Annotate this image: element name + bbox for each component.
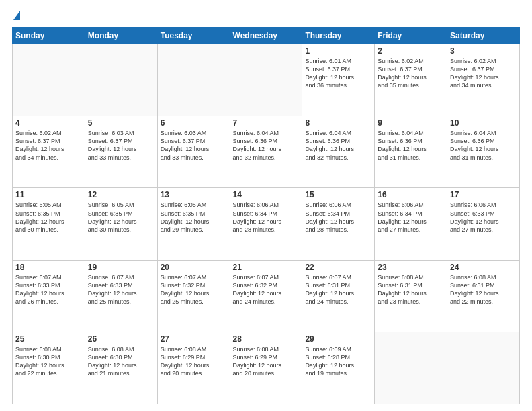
calendar-cell: 7Sunrise: 6:04 AMSunset: 6:36 PMDaylight… (230, 116, 302, 188)
day-number: 29 (305, 334, 371, 344)
calendar-cell (157, 44, 230, 116)
calendar-table: SundayMondayTuesdayWednesdayThursdayFrid… (12, 27, 520, 404)
day-number: 20 (161, 263, 227, 272)
day-info: Sunrise: 6:02 AMSunset: 6:37 PMDaylight:… (378, 57, 444, 90)
logo (12, 11, 20, 21)
calendar-header-friday: Friday (375, 28, 447, 44)
day-info: Sunrise: 6:09 AMSunset: 6:28 PMDaylight:… (305, 345, 371, 378)
calendar-header-monday: Monday (85, 28, 157, 44)
day-number: 6 (161, 118, 227, 128)
calendar-cell: 9Sunrise: 6:04 AMSunset: 6:36 PMDaylight… (375, 116, 447, 188)
calendar-cell (13, 44, 85, 116)
day-number: 7 (233, 118, 300, 128)
day-number: 8 (305, 118, 371, 128)
day-number: 27 (161, 334, 227, 344)
day-info: Sunrise: 6:07 AMSunset: 6:32 PMDaylight:… (233, 273, 300, 306)
calendar-cell (230, 44, 302, 116)
day-number: 21 (233, 263, 300, 272)
calendar-cell: 12Sunrise: 6:05 AMSunset: 6:35 PMDayligh… (85, 188, 157, 260)
calendar-cell (375, 332, 447, 404)
day-info: Sunrise: 6:06 AMSunset: 6:34 PMDaylight:… (378, 201, 444, 234)
calendar-cell: 17Sunrise: 6:06 AMSunset: 6:33 PMDayligh… (447, 188, 520, 260)
calendar-week-4: 18Sunrise: 6:07 AMSunset: 6:33 PMDayligh… (13, 260, 520, 332)
day-info: Sunrise: 6:07 AMSunset: 6:31 PMDaylight:… (305, 273, 371, 306)
calendar-cell: 6Sunrise: 6:03 AMSunset: 6:37 PMDaylight… (157, 116, 230, 188)
day-number: 14 (233, 190, 300, 199)
calendar-cell: 26Sunrise: 6:08 AMSunset: 6:30 PMDayligh… (85, 332, 157, 404)
calendar-header-sunday: Sunday (13, 28, 85, 44)
day-number: 2 (378, 46, 444, 56)
day-info: Sunrise: 6:05 AMSunset: 6:35 PMDaylight:… (161, 201, 227, 234)
day-number: 25 (15, 334, 82, 344)
calendar-week-3: 11Sunrise: 6:05 AMSunset: 6:35 PMDayligh… (13, 188, 520, 260)
calendar-header-saturday: Saturday (447, 28, 520, 44)
day-info: Sunrise: 6:04 AMSunset: 6:36 PMDaylight:… (305, 129, 371, 162)
day-number: 23 (378, 263, 444, 272)
day-info: Sunrise: 6:03 AMSunset: 6:37 PMDaylight:… (88, 129, 154, 162)
calendar-cell: 27Sunrise: 6:08 AMSunset: 6:29 PMDayligh… (157, 332, 230, 404)
day-info: Sunrise: 6:06 AMSunset: 6:34 PMDaylight:… (305, 201, 371, 234)
day-info: Sunrise: 6:04 AMSunset: 6:36 PMDaylight:… (233, 129, 300, 162)
calendar-cell: 28Sunrise: 6:08 AMSunset: 6:29 PMDayligh… (230, 332, 302, 404)
calendar-cell: 24Sunrise: 6:08 AMSunset: 6:31 PMDayligh… (447, 260, 520, 332)
calendar-cell: 5Sunrise: 6:03 AMSunset: 6:37 PMDaylight… (85, 116, 157, 188)
header (12, 11, 520, 21)
day-number: 17 (450, 190, 517, 199)
calendar-cell: 1Sunrise: 6:01 AMSunset: 6:37 PMDaylight… (302, 44, 375, 116)
day-number: 26 (88, 334, 154, 344)
day-info: Sunrise: 6:04 AMSunset: 6:36 PMDaylight:… (450, 129, 517, 162)
day-info: Sunrise: 6:02 AMSunset: 6:37 PMDaylight:… (450, 57, 517, 90)
calendar-week-5: 25Sunrise: 6:08 AMSunset: 6:30 PMDayligh… (13, 332, 520, 404)
day-number: 9 (378, 118, 444, 128)
calendar-cell: 13Sunrise: 6:05 AMSunset: 6:35 PMDayligh… (157, 188, 230, 260)
day-number: 19 (88, 263, 154, 272)
day-info: Sunrise: 6:04 AMSunset: 6:36 PMDaylight:… (378, 129, 444, 162)
day-info: Sunrise: 6:08 AMSunset: 6:29 PMDaylight:… (233, 345, 300, 378)
day-number: 22 (305, 263, 371, 272)
calendar-header-wednesday: Wednesday (230, 28, 302, 44)
calendar-cell: 21Sunrise: 6:07 AMSunset: 6:32 PMDayligh… (230, 260, 302, 332)
calendar-cell: 4Sunrise: 6:02 AMSunset: 6:37 PMDaylight… (13, 116, 85, 188)
calendar-cell: 25Sunrise: 6:08 AMSunset: 6:30 PMDayligh… (13, 332, 85, 404)
day-info: Sunrise: 6:02 AMSunset: 6:37 PMDaylight:… (15, 129, 82, 162)
day-info: Sunrise: 6:07 AMSunset: 6:33 PMDaylight:… (88, 273, 154, 306)
day-info: Sunrise: 6:08 AMSunset: 6:31 PMDaylight:… (378, 273, 444, 306)
day-info: Sunrise: 6:06 AMSunset: 6:34 PMDaylight:… (233, 201, 300, 234)
calendar-cell (447, 332, 520, 404)
day-number: 13 (161, 190, 227, 199)
day-info: Sunrise: 6:07 AMSunset: 6:33 PMDaylight:… (15, 273, 82, 306)
day-info: Sunrise: 6:08 AMSunset: 6:30 PMDaylight:… (88, 345, 154, 378)
day-number: 4 (15, 118, 82, 128)
calendar-cell: 16Sunrise: 6:06 AMSunset: 6:34 PMDayligh… (375, 188, 447, 260)
calendar-week-1: 1Sunrise: 6:01 AMSunset: 6:37 PMDaylight… (13, 44, 520, 116)
calendar-header-row: SundayMondayTuesdayWednesdayThursdayFrid… (13, 28, 520, 44)
day-info: Sunrise: 6:06 AMSunset: 6:33 PMDaylight:… (450, 201, 517, 234)
page: SundayMondayTuesdayWednesdayThursdayFrid… (0, 0, 532, 411)
calendar-cell: 3Sunrise: 6:02 AMSunset: 6:37 PMDaylight… (447, 44, 520, 116)
day-number: 28 (233, 334, 300, 344)
day-info: Sunrise: 6:01 AMSunset: 6:37 PMDaylight:… (305, 57, 371, 90)
day-info: Sunrise: 6:03 AMSunset: 6:37 PMDaylight:… (161, 129, 227, 162)
calendar-header-thursday: Thursday (302, 28, 375, 44)
day-number: 16 (378, 190, 444, 199)
calendar-cell: 14Sunrise: 6:06 AMSunset: 6:34 PMDayligh… (230, 188, 302, 260)
day-info: Sunrise: 6:08 AMSunset: 6:29 PMDaylight:… (161, 345, 227, 378)
day-number: 5 (88, 118, 154, 128)
calendar-cell: 15Sunrise: 6:06 AMSunset: 6:34 PMDayligh… (302, 188, 375, 260)
day-number: 24 (450, 263, 517, 272)
calendar-cell: 10Sunrise: 6:04 AMSunset: 6:36 PMDayligh… (447, 116, 520, 188)
day-info: Sunrise: 6:05 AMSunset: 6:35 PMDaylight:… (88, 201, 154, 234)
calendar-cell: 18Sunrise: 6:07 AMSunset: 6:33 PMDayligh… (13, 260, 85, 332)
day-info: Sunrise: 6:08 AMSunset: 6:31 PMDaylight:… (450, 273, 517, 306)
logo-triangle-icon (13, 11, 20, 20)
calendar-cell: 11Sunrise: 6:05 AMSunset: 6:35 PMDayligh… (13, 188, 85, 260)
day-number: 1 (305, 46, 371, 56)
day-number: 12 (88, 190, 154, 199)
calendar-cell: 23Sunrise: 6:08 AMSunset: 6:31 PMDayligh… (375, 260, 447, 332)
calendar-cell: 29Sunrise: 6:09 AMSunset: 6:28 PMDayligh… (302, 332, 375, 404)
day-number: 15 (305, 190, 371, 199)
day-info: Sunrise: 6:05 AMSunset: 6:35 PMDaylight:… (15, 201, 82, 234)
day-number: 3 (450, 46, 517, 56)
calendar-week-2: 4Sunrise: 6:02 AMSunset: 6:37 PMDaylight… (13, 116, 520, 188)
day-number: 10 (450, 118, 517, 128)
